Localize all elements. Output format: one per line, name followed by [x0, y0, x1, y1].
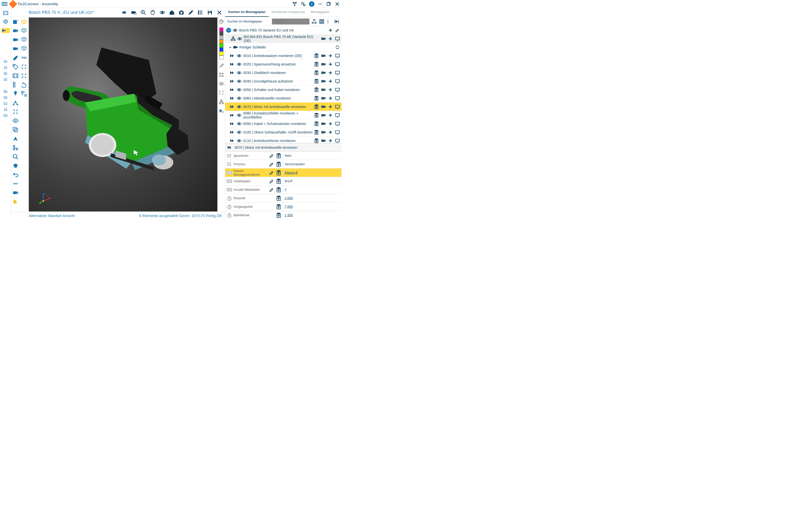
- add-icon[interactable]: [328, 113, 333, 118]
- measure-off-icon[interactable]: [188, 9, 194, 16]
- sidebar-item[interactable]: En: [1, 101, 10, 108]
- eye-icon[interactable]: [233, 28, 238, 32]
- sidebar-item[interactable]: HA: [1, 114, 10, 120]
- color-swatch[interactable]: [220, 35, 223, 39]
- monitor-icon[interactable]: [335, 96, 340, 101]
- video-add-icon[interactable]: +: [321, 62, 326, 67]
- sidebar-toggle-icon[interactable]: [1, 10, 10, 16]
- monitor-icon[interactable]: [335, 53, 340, 58]
- tree-row[interactable]: 0040 | Grundgehäuse aufsetzen+: [225, 77, 342, 86]
- eye-icon[interactable]: [237, 122, 242, 126]
- layers-icon[interactable]: [12, 126, 19, 133]
- edit-icon[interactable]: [269, 179, 274, 184]
- maximize-button[interactable]: [326, 1, 331, 7]
- pin-icon[interactable]: [12, 91, 19, 97]
- monitor-icon[interactable]: [335, 62, 340, 67]
- pmi-label[interactable]: PMI: [21, 55, 27, 61]
- monitor-icon[interactable]: [335, 79, 340, 84]
- property-row[interactable]: IgnorierenTNein: [225, 152, 342, 160]
- fastforward-icon[interactable]: [230, 113, 235, 117]
- pan-icon[interactable]: [150, 9, 156, 16]
- tree-row[interactable]: 0070 | Motor mit Antriebswelle einsetzen…: [225, 102, 342, 111]
- tree-row[interactable]: 0090 | Kabel + Schukostecker montieren+: [225, 120, 342, 128]
- clipboard-icon[interactable]: [314, 104, 319, 109]
- eye-icon[interactable]: [237, 113, 242, 117]
- eye-icon[interactable]: [237, 62, 242, 66]
- fastforward-icon[interactable]: [230, 79, 235, 83]
- nodes-icon[interactable]: [219, 72, 224, 78]
- video-add-icon[interactable]: +: [321, 36, 326, 41]
- fastforward-icon[interactable]: [230, 54, 235, 58]
- monitor-icon[interactable]: [335, 130, 340, 135]
- sidebar-item[interactable]: [1, 48, 10, 54]
- sidebar-sphere-icon[interactable]: [1, 19, 10, 25]
- monitor-icon[interactable]: [335, 138, 340, 143]
- video-add-icon[interactable]: +: [321, 70, 326, 75]
- branch-icon[interactable]: [292, 1, 297, 7]
- property-row[interactable]: BeihilfezeitT1,500: [225, 211, 342, 219]
- eye-icon[interactable]: [237, 71, 242, 75]
- compress-icon[interactable]: [21, 63, 27, 70]
- cube-out-icon[interactable]: [21, 45, 27, 52]
- search-input[interactable]: [272, 19, 310, 25]
- expand-icon[interactable]: [12, 109, 19, 115]
- video-add-icon[interactable]: +: [321, 121, 326, 126]
- sidebar-item[interactable]: 15: [1, 65, 10, 71]
- tree-row[interactable]: TIOBosch PBS 75 Variante EU und UK: [225, 26, 342, 34]
- info-icon[interactable]: i: [309, 1, 314, 7]
- eye-icon[interactable]: [237, 54, 242, 58]
- add-icon[interactable]: [328, 104, 333, 109]
- tree-row[interactable]: 0080 | Kontaktschleifer montieren + ansc…: [225, 111, 342, 120]
- video-add-icon[interactable]: +: [321, 138, 326, 143]
- clipboard-icon[interactable]: [314, 138, 319, 143]
- add-icon[interactable]: [328, 87, 333, 92]
- fastforward-icon[interactable]: [230, 139, 235, 143]
- property-row[interactable]: VorgangszeitT7,500: [225, 203, 342, 211]
- play-gear-icon[interactable]: [219, 108, 224, 114]
- sidebar-item[interactable]: [1, 54, 10, 60]
- camera-lock-icon[interactable]: [131, 9, 137, 16]
- clipboard-icon[interactable]: [314, 79, 319, 84]
- monitor-icon[interactable]: [335, 70, 340, 75]
- edit-icon[interactable]: [269, 161, 274, 167]
- video-add-icon[interactable]: +: [321, 87, 326, 92]
- monitor-icon[interactable]: [335, 104, 340, 109]
- home-icon[interactable]: [169, 9, 175, 16]
- cube-down-icon[interactable]: [21, 28, 27, 34]
- video-add-icon[interactable]: +: [321, 130, 326, 135]
- tree-row[interactable]: 0030 | Gleitblech montieren+: [225, 68, 342, 77]
- camera3-icon[interactable]: [12, 45, 19, 52]
- fastforward-icon[interactable]: [230, 88, 235, 92]
- paste-icon[interactable]: T: [276, 179, 282, 184]
- loop-icon[interactable]: [335, 45, 340, 50]
- tree-row[interactable]: 0020 | Spannvorichtung einsetzen+: [225, 60, 342, 68]
- tree-row[interactable]: ▸Fertiger Schleifer: [225, 43, 342, 52]
- listmode-icon[interactable]: [326, 19, 332, 24]
- tag-icon[interactable]: [12, 63, 19, 70]
- cursor-icon[interactable]: [12, 199, 19, 205]
- add-icon[interactable]: [328, 121, 333, 126]
- paste-icon[interactable]: T: [276, 204, 282, 210]
- close-doc-icon[interactable]: [216, 9, 222, 16]
- edit-icon[interactable]: [269, 170, 274, 176]
- add-icon[interactable]: [328, 28, 333, 33]
- color-swatch[interactable]: [220, 52, 223, 56]
- add-icon[interactable]: [328, 62, 333, 67]
- color-swatch[interactable]: [220, 31, 223, 35]
- cube-right-icon[interactable]: [21, 36, 27, 43]
- hierarchy-icon[interactable]: [219, 99, 224, 104]
- add-icon[interactable]: [328, 96, 333, 101]
- camera-icon[interactable]: [12, 28, 19, 34]
- property-row[interactable]: ProzessTVerschrauben: [225, 160, 342, 169]
- screenshot-icon[interactable]: [178, 9, 184, 16]
- perspective-icon[interactable]: [12, 135, 19, 142]
- sidebar-item[interactable]: [1, 35, 10, 41]
- clipboard-icon[interactable]: [314, 53, 319, 58]
- camera2-icon[interactable]: [12, 36, 19, 43]
- sidebar-flag-icon[interactable]: [1, 28, 10, 33]
- ruler-icon[interactable]: [12, 82, 19, 88]
- clipboard-icon[interactable]: [314, 121, 319, 126]
- color-swatch[interactable]: [220, 39, 223, 43]
- fastforward-icon[interactable]: [230, 105, 235, 109]
- tab[interactable]: Stücklisten Vorplanung: [269, 8, 308, 17]
